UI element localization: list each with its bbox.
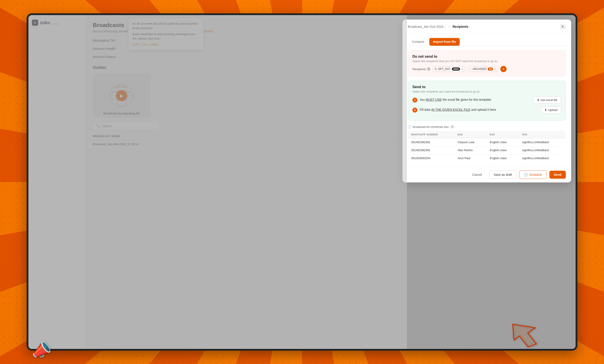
tab-contacts[interactable]: Contacts [408,38,428,46]
tab-import-from-file[interactable]: Import from file [429,38,460,46]
table-row: 351482382281Cleyson LealEnglish classsig… [408,138,566,146]
recipients-modal: Broadcast_Jan-31st-2024... → Recipients … [403,20,571,182]
add-tag-button[interactable]: + [500,66,506,72]
upload-button[interactable]: ⬆ Upload [541,106,561,114]
step-1-num: 1 [413,98,417,102]
tag-remove-1[interactable]: × [461,68,463,71]
tag-remove-2[interactable]: × [494,68,496,71]
recipients-label: Recipients ? [413,67,430,71]
cell-0: 351482382281 [408,138,455,146]
cell-3: significa.co/feedback [519,138,566,146]
tag-icon-1: G [435,67,437,71]
upload-icon: ⬆ [544,108,547,112]
do-not-send-title: Do not send to [413,55,561,59]
tag-count-2: 42 [488,67,493,71]
breadcrumb-current: Recipients [453,25,468,28]
gray-overlay [28,15,407,349]
app-container: zoko v3.11.6 Broadcasts Send a WhatsApp … [28,15,576,349]
get-excel-file-button[interactable]: ⬇ Get excel file [533,96,561,104]
modal-overlay: Broadcast_Jan-31st-2024... → Recipients … [28,15,576,349]
modal-header: Broadcast_Jan-31st-2024... → Recipients … [403,20,571,34]
schedule-icon: 🕐 [524,173,528,176]
breadcrumb-parent: Broadcast_Jan-31st-2024... [408,25,446,28]
step1-row: 1 You MUST USE the excel file given for … [413,96,561,104]
tag-archived[interactable]: ○ ARCHIVED 42 × [467,66,499,72]
cell-0: 351053593204 [408,154,455,162]
cell-1: Cleyson Leal [454,138,487,146]
cell-2: English class [487,138,519,146]
screen-container: zoko v3.11.6 Broadcasts Send a WhatsApp … [27,13,577,351]
step1-left: 1 You MUST USE the excel file given for … [413,98,491,102]
col-whatsapp-number: WHATSAPP NUMBER [408,131,455,138]
recipients-info-icon: ? [427,67,430,71]
file-icon: 📄 [408,125,411,128]
col-b1s: B1S [454,131,487,138]
download-icon: ⬇ [537,98,539,102]
breadcrumb-arrow: → [448,25,451,28]
file-table: WHATSAPP NUMBER B1S B2S B3S 351482382281… [408,131,566,162]
tag-label-1: OPT_OUT [438,67,451,71]
cell-1: Arun Paul [454,154,487,162]
modal-body: Do not send to Select the recipients tha… [403,46,571,167]
cancel-button[interactable]: Cancel [468,171,486,179]
table-row: 351053593204Arun PaulEnglish classsignif… [408,154,566,162]
file-name: broadcast-for-christmas.xlsx [413,125,449,128]
step1-text: You MUST USE the excel file given for th… [419,98,491,102]
cell-3: significa.co/feedback [519,146,566,154]
save-draft-button[interactable]: Save as draft [489,170,517,179]
file-size-badge: S [450,125,454,128]
table-row: 351482382281Alec NortonEnglish classsign… [408,146,566,154]
step2-text: Fill data IN THE GIVEN EXCEL FILE and up… [419,107,496,112]
tag-icon-2: ○ [470,67,471,71]
tag-opt-out[interactable]: G OPT_OUT 6969 × [432,66,466,72]
col-b2s: B2S [487,131,519,138]
step2-left: 2 Fill data IN THE GIVEN EXCEL FILE and … [413,107,496,113]
modal-footer: Cancel Save as draft 🕐 Schedule Send [403,167,571,182]
tab-bar: Contacts Import from file [403,34,571,46]
cell-0: 351482382281 [408,146,455,154]
cell-1: Alec Norton [454,146,487,154]
step2-row: 2 Fill data IN THE GIVEN EXCEL FILE and … [413,106,561,114]
modal-close-button[interactable]: ✕ [560,24,566,30]
schedule-button[interactable]: 🕐 Schedule [519,170,546,179]
file-section: 📄 broadcast-for-christmas.xlsx S WHATSAP… [408,125,566,162]
col-b3s: B3S [519,131,566,138]
step-2-num: 2 [413,108,417,113]
send-button[interactable]: Send [549,171,566,179]
modal-breadcrumb: Broadcast_Jan-31st-2024... → Recipients [408,25,557,28]
table-header-row: WHATSAPP NUMBER B1S B2S B3S [408,131,566,138]
cell-2: English class [487,154,519,162]
do-not-send-section: Do not send to Select the recipients tha… [408,50,566,76]
file-label: 📄 broadcast-for-christmas.xlsx S [408,125,566,128]
send-to-section: Send to Select the recipients you want t… [408,81,566,121]
tag-count-1: 6969 [452,67,460,71]
do-not-send-desc: Select the recipients that you DO NOT wa… [413,60,561,63]
send-to-title: Send to [413,85,561,89]
tag-label-2: ARCHIVED [473,67,486,71]
cell-3: significa.co/feedback [519,154,566,162]
recipients-row: Recipients ? G OPT_OUT 6969 × [413,66,561,72]
send-to-desc: Select the recipients you want the broad… [413,90,561,93]
cell-2: English class [487,146,519,154]
